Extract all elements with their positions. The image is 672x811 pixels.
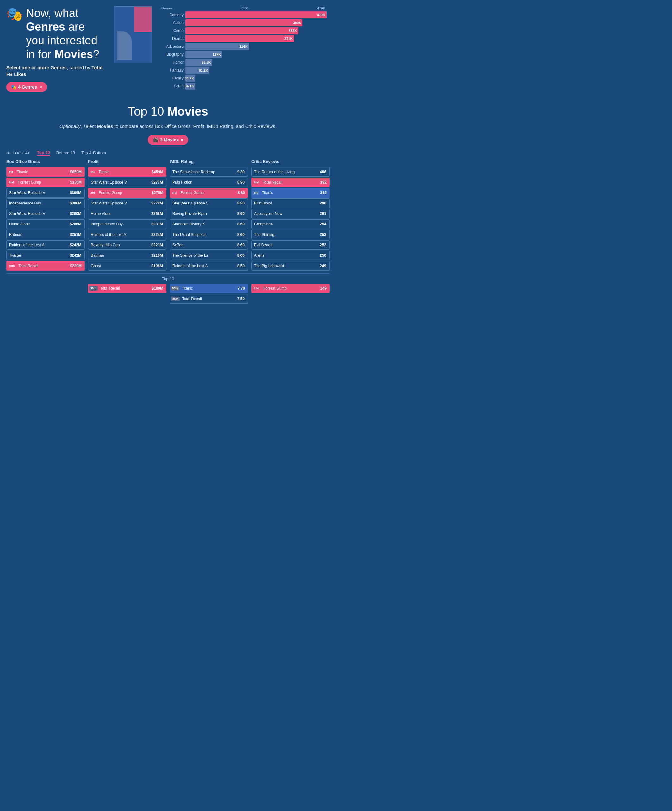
table-row[interactable]: Home Alone $268M: [88, 209, 166, 219]
table-row[interactable]: Evil Dead II 252: [251, 240, 330, 250]
heading-q: ?: [93, 48, 99, 61]
row-wrapper: Batman $251M: [7, 232, 85, 238]
chart-bars: Comedy 479K Action 399K Crime 385K Drama…: [161, 12, 327, 90]
table-row[interactable]: Creepshow 254: [251, 219, 330, 229]
table-row[interactable]: 1st Titanic $659M: [6, 167, 85, 176]
bottom-row[interactable]: 61st Forrest Gump 149: [251, 283, 330, 293]
movie-name: Star Wars: Episode V: [90, 180, 149, 185]
genre-badge[interactable]: 🎭 4 Genres ×: [6, 82, 47, 92]
bottom-row[interactable]: 55th Titanic 7.70: [169, 283, 248, 293]
table-row[interactable]: Raiders of the Lost A $242M: [6, 240, 85, 250]
table-row[interactable]: Batman $251M: [6, 230, 85, 239]
tab-top10[interactable]: Top 10: [37, 150, 50, 156]
chart-bar-row[interactable]: Adventure 216K: [161, 43, 327, 50]
table-row[interactable]: The Big Lebowski 249: [251, 261, 330, 271]
chart-bar-label: Adventure: [161, 44, 183, 49]
table-row[interactable]: Star Wars: Episode V 8.80: [169, 199, 248, 208]
table-row[interactable]: Ghost $196M: [88, 261, 166, 271]
row-wrapper: The Shining 253: [252, 232, 329, 238]
table-row[interactable]: Saving Private Ryan 8.60: [169, 209, 248, 219]
map-area: [114, 6, 152, 95]
table-row[interactable]: 2nd Total Recall 392: [251, 178, 330, 187]
subtitle: Select one or more Genres, ranked by Tot…: [6, 64, 108, 78]
chart-bar: 34.1K: [185, 83, 195, 90]
table-row[interactable]: Aliens 250: [251, 251, 330, 260]
row-wrapper: 55th Titanic 7.70: [169, 285, 248, 291]
chart-bar: 385K: [185, 27, 298, 34]
table-row[interactable]: Raiders of the Lost A $224M: [88, 230, 166, 239]
table-row[interactable]: 2nd Forrest Gump $330M: [6, 178, 85, 187]
chart-bar-row[interactable]: Fantasy 81.2K: [161, 67, 327, 74]
movie-value: $216M: [149, 253, 165, 258]
table-row[interactable]: Apocalypse Now 261: [251, 209, 330, 219]
movie-value: $109M: [150, 286, 165, 290]
rank-badge: 55th: [171, 286, 179, 290]
badge-close[interactable]: ×: [40, 85, 42, 89]
movie-value: 254: [318, 222, 328, 226]
table-row[interactable]: Home Alone $286M: [6, 219, 85, 229]
movie-name: Creepshow: [253, 222, 318, 226]
movie-value: 290: [318, 201, 328, 205]
movie-value: $272M: [149, 201, 165, 205]
chart-bar-row[interactable]: Crime 385K: [161, 27, 327, 34]
table-row[interactable]: Se7en 8.60: [169, 240, 248, 250]
table-row[interactable]: 3rd Titanic 315: [251, 188, 330, 197]
movie-value: 261: [318, 212, 328, 216]
title-area: 🎭 Now, what Genres are you interested in…: [6, 6, 108, 92]
chart-bar-row[interactable]: Comedy 479K: [161, 12, 327, 19]
table-row[interactable]: The Shining 253: [251, 230, 330, 239]
tab-bottom10[interactable]: Bottom 10: [56, 150, 75, 156]
chart-bar-row[interactable]: Family 34.2K: [161, 75, 327, 81]
bottom-row[interactable]: 38th Total Recall $109M: [88, 283, 166, 293]
movie-value: $659M: [68, 170, 83, 174]
column-header: Profit: [88, 159, 166, 165]
table-row[interactable]: The Usual Suspects 8.60: [169, 230, 248, 239]
movie-value: $330M: [68, 180, 83, 185]
chart-bar-row[interactable]: Horror 93.3K: [161, 59, 327, 66]
movie-value: 7.70: [236, 286, 247, 290]
table-row[interactable]: 1st Titanic $459M: [88, 167, 166, 176]
movies-badge-close[interactable]: ×: [181, 137, 183, 143]
rank-badge: 3rd: [89, 190, 96, 195]
table-row[interactable]: 10th Total Recall $239M: [6, 261, 85, 271]
table-row[interactable]: Beverly Hills Cop $221M: [88, 240, 166, 250]
chart-bar-row[interactable]: Sci-Fi 34.1K: [161, 83, 327, 90]
bottom-row[interactable]: 85th Total Recall 7.50: [169, 294, 248, 304]
table-row[interactable]: Star Wars: Episode V $309M: [6, 188, 85, 197]
look-at-label: 👁 LOOK AT:: [6, 151, 31, 156]
table-row[interactable]: Pulp Fiction 8.90: [169, 178, 248, 187]
movies-bold: Movies: [54, 48, 93, 61]
map-placeholder: [114, 6, 152, 63]
table-row[interactable]: Independence Day $231M: [88, 219, 166, 229]
row-wrapper: The Shawshank Redemp 9.30: [170, 169, 248, 175]
top-section: 🎭 Now, what Genres are you interested in…: [0, 0, 336, 98]
table-row[interactable]: The Silence of the La 8.60: [169, 251, 248, 260]
row-wrapper: Creepshow 254: [252, 221, 329, 227]
row-wrapper: Pulp Fiction 8.90: [170, 180, 248, 185]
table-row[interactable]: The Return of the Living 406: [251, 167, 330, 176]
table-row[interactable]: First Blood 290: [251, 199, 330, 208]
chart-bar-row[interactable]: Action 399K: [161, 19, 327, 26]
row-wrapper: Aliens 250: [252, 253, 329, 258]
table-row[interactable]: 3rd Forrest Gump 8.80: [169, 188, 248, 197]
table-row[interactable]: American History X 8.60: [169, 219, 248, 229]
table-row[interactable]: Batman $216M: [88, 251, 166, 260]
table-row[interactable]: Star Wars: Episode V $272M: [88, 199, 166, 208]
movie-name: Forrest Gump: [262, 286, 318, 290]
table-row[interactable]: Independence Day $306M: [6, 199, 85, 208]
table-row[interactable]: Twister $242M: [6, 251, 85, 260]
table-row[interactable]: Star Wars: Episode V $290M: [6, 209, 85, 219]
chart-bar-row[interactable]: Drama 371K: [161, 35, 327, 42]
movie-value: 252: [318, 243, 328, 247]
table-row[interactable]: 3rd Forrest Gump $275M: [88, 188, 166, 197]
movies-badge[interactable]: 🎬 3 Movies ×: [148, 135, 188, 145]
tab-top-and-bottom[interactable]: Top & Bottom: [81, 150, 106, 156]
subtitle-italic: Optionally: [59, 124, 81, 129]
table-row[interactable]: Raiders of the Lost A 8.50: [169, 261, 248, 271]
table-row[interactable]: Star Wars: Episode V $277M: [88, 178, 166, 187]
column-header: Box Office Gross: [6, 159, 85, 165]
badge-label: 4 Genres: [18, 85, 37, 90]
table-row[interactable]: The Shawshank Redemp 9.30: [169, 167, 248, 176]
movie-value: $221M: [149, 243, 165, 247]
chart-bar-row[interactable]: Biography 127K: [161, 51, 327, 58]
